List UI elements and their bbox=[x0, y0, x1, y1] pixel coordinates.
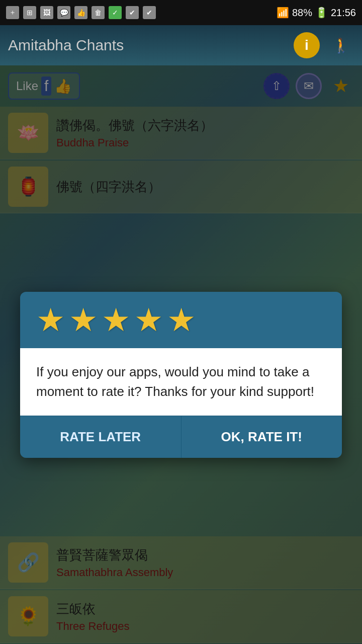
signal-icon: 📶 bbox=[277, 7, 289, 19]
battery-icon: 🔋 bbox=[315, 7, 328, 19]
header-icons: i 🚶 bbox=[294, 32, 354, 58]
status-info-right: 📶 88% 🔋 21:56 bbox=[277, 7, 356, 19]
exit-button[interactable]: 🚶 bbox=[328, 32, 354, 58]
dialog-body: If you enjoy our apps, would you mind to… bbox=[20, 348, 342, 416]
status-bar: ＋ ⊞ 🖼 💬 👍 🗑 ✓ ✔ ✔ 📶 88% 🔋 21:56 bbox=[0, 0, 362, 25]
app-icon-1: ⊞ bbox=[23, 6, 36, 19]
star-5: ★ bbox=[167, 304, 196, 336]
content-area: Like f 👍 ⇧ ✉ ★ 🪷 讚佛偈。佛號（六字洪名） Buddha Pra… bbox=[0, 65, 362, 644]
star-2: ★ bbox=[69, 304, 98, 336]
app-header: Amitabha Chants i 🚶 bbox=[0, 25, 362, 65]
add-icon: ＋ bbox=[6, 6, 19, 19]
star-3: ★ bbox=[102, 304, 130, 336]
rating-dialog: ★ ★ ★ ★ ★ If you enjoy our apps, would y… bbox=[20, 292, 342, 458]
image-icon: 🖼 bbox=[40, 6, 53, 19]
rate-now-button[interactable]: OK, RATE IT! bbox=[182, 416, 342, 458]
checkalt-icon: ✔ bbox=[143, 6, 156, 19]
check-icon: ✓ bbox=[109, 6, 122, 19]
trash-icon: 🗑 bbox=[92, 6, 105, 19]
check2-icon: ✔ bbox=[126, 6, 139, 19]
info-button[interactable]: i bbox=[294, 32, 320, 58]
bubble-icon: 💬 bbox=[57, 6, 70, 19]
dialog-stars-row: ★ ★ ★ ★ ★ bbox=[20, 292, 342, 348]
status-icons-left: ＋ ⊞ 🖼 💬 👍 🗑 ✓ ✔ ✔ bbox=[6, 6, 156, 19]
dialog-overlay: ★ ★ ★ ★ ★ If you enjoy our apps, would y… bbox=[0, 65, 362, 644]
app-title: Amitabha Chants bbox=[8, 37, 124, 54]
star-4: ★ bbox=[134, 304, 163, 336]
rate-later-button[interactable]: RATE LATER bbox=[20, 416, 182, 458]
clock: 21:56 bbox=[331, 7, 356, 19]
battery-percent: 88% bbox=[292, 7, 312, 19]
star-1: ★ bbox=[36, 304, 65, 336]
thumb-icon: 👍 bbox=[74, 6, 87, 19]
dialog-message: If you enjoy our apps, would you mind to… bbox=[36, 362, 326, 401]
dialog-footer: RATE LATER OK, RATE IT! bbox=[20, 416, 342, 458]
